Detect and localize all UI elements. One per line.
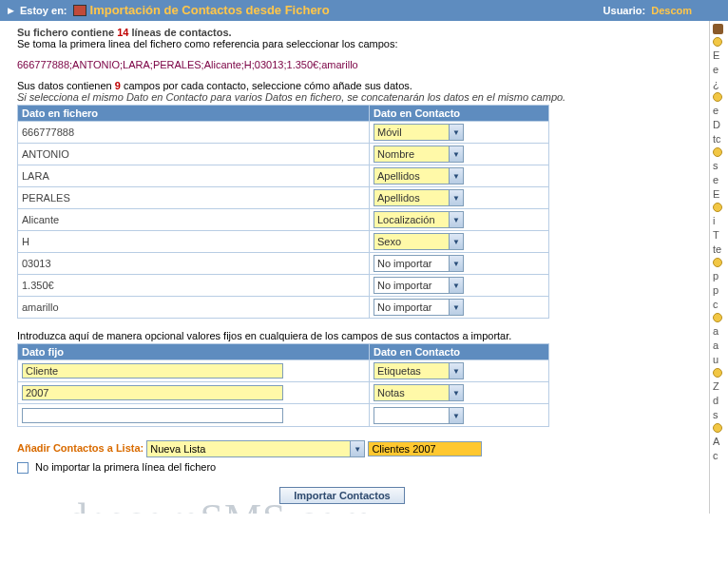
mapping-contact-cell: Sexo▼ <box>370 231 549 253</box>
cut-text: ¿ <box>713 78 728 89</box>
mapping-contact-select[interactable]: Móvil▼ <box>374 124 464 141</box>
mapping-contact-select[interactable]: No importar▼ <box>374 299 464 316</box>
mapping-contact-value: Localización <box>377 214 435 225</box>
cut-text: s <box>713 409 728 420</box>
fixed-contact-value: Notas <box>377 387 405 398</box>
mapping-contact-cell: Móvil▼ <box>370 122 549 144</box>
chevron-down-icon: ▼ <box>449 408 463 423</box>
add-to-list-label: Añadir Contactos a Lista: <box>17 442 144 454</box>
mapping-contact-cell: No importar▼ <box>370 275 549 297</box>
fixed-contact-cell: Notas▼ <box>370 382 549 404</box>
mapping-row: AlicanteLocalización▼ <box>18 209 549 231</box>
skip-first-line-row: No importar la primera línea del fichero <box>17 461 667 474</box>
mapping-row: HSexo▼ <box>18 231 549 253</box>
mapping-contact-select[interactable]: Localización▼ <box>374 211 464 228</box>
mapping-header-file: Dato en fichero <box>18 106 370 122</box>
mapping-contact-select[interactable]: No importar▼ <box>374 255 464 272</box>
mapping-row: 666777888Móvil▼ <box>18 122 549 144</box>
main-content: Su fichero contiene 14 líneas de contact… <box>0 21 684 514</box>
cut-text: c <box>713 299 728 310</box>
user-value: Descom <box>651 0 692 21</box>
mapping-row: PERALESApellidos▼ <box>18 187 549 209</box>
bullet-icon <box>713 203 722 212</box>
cut-text: e <box>713 105 728 116</box>
fixed-value-cell <box>18 382 370 404</box>
mapping-contact-select[interactable]: No importar▼ <box>374 277 464 294</box>
top-bar: ▶ Estoy en: Importación de Contactos des… <box>0 0 728 21</box>
mapping-contact-select[interactable]: Sexo▼ <box>374 233 464 250</box>
page-title: Importación de Contactos desde Fichero <box>90 0 330 21</box>
mapping-row: amarilloNo importar▼ <box>18 297 549 319</box>
chevron-down-icon: ▼ <box>449 168 463 184</box>
location-label: Estoy en: <box>20 0 67 21</box>
skip-first-line-checkbox[interactable] <box>17 462 29 474</box>
import-contacts-button[interactable]: Importar Contactos <box>279 487 404 504</box>
cut-text: e <box>713 64 728 75</box>
chevron-down-icon: ▼ <box>350 441 364 456</box>
cut-text: T <box>713 229 728 241</box>
cut-text: i <box>713 215 728 226</box>
bullet-icon <box>713 92 722 102</box>
mapping-file-cell: 03013 <box>18 253 370 275</box>
fixed-contact-cell: ▼ <box>370 404 549 427</box>
bullet-icon <box>713 37 722 47</box>
fixed-row: ▼ <box>18 404 549 427</box>
chevron-down-icon: ▼ <box>449 363 463 379</box>
mapping-row: 1.350€No importar▼ <box>18 275 549 297</box>
fixed-contact-select[interactable]: Notas▼ <box>374 384 464 401</box>
import-icon <box>73 5 86 16</box>
fixed-values-intro: Introduzca aquí de manera opcional valor… <box>17 330 667 341</box>
cut-text: D <box>713 119 728 130</box>
chevron-down-icon: ▼ <box>449 234 463 249</box>
fixed-row: Notas▼ <box>18 382 549 404</box>
chevron-down-icon: ▼ <box>449 212 463 227</box>
new-list-name-input[interactable] <box>368 441 482 456</box>
mapping-contact-select[interactable]: Nombre▼ <box>374 146 464 163</box>
mapping-contact-select[interactable]: Apellidos▼ <box>374 167 464 184</box>
fixed-contact-value: Etiquetas <box>377 365 421 377</box>
cut-text: p <box>713 270 728 282</box>
fixed-value-input[interactable] <box>22 408 283 423</box>
chevron-down-icon: ▼ <box>449 125 463 140</box>
fixed-values-table: Dato fijo Dato en Contacto Etiquetas▼Not… <box>17 343 549 427</box>
mapping-contact-select[interactable]: Apellidos▼ <box>374 189 464 206</box>
concat-note: Si selecciona el mismo Dato en Contacto … <box>17 91 667 103</box>
fixed-contact-select[interactable]: Etiquetas▼ <box>374 362 464 379</box>
fixed-value-input[interactable] <box>22 385 283 400</box>
bullet-icon <box>713 423 722 433</box>
chevron-down-icon: ▼ <box>449 190 463 205</box>
cut-text: s <box>713 160 728 171</box>
fixed-contact-select[interactable]: ▼ <box>374 407 464 424</box>
chevron-down-icon: ▼ <box>449 385 463 400</box>
mapping-contact-value: No importar <box>377 301 431 313</box>
cut-text: p <box>713 284 728 296</box>
cut-text: Z <box>713 380 728 392</box>
fixed-value-input[interactable] <box>22 363 283 379</box>
mapping-file-cell: amarillo <box>18 297 370 319</box>
chevron-down-icon: ▼ <box>449 278 463 293</box>
chevron-down-icon: ▼ <box>449 300 463 315</box>
fixed-contact-cell: Etiquetas▼ <box>370 360 549 382</box>
mapping-contact-cell: No importar▼ <box>370 297 549 319</box>
user-label: Usuario: <box>603 0 646 21</box>
list-select[interactable]: Nueva Lista ▼ <box>146 440 365 457</box>
mapping-contact-cell: Localización▼ <box>370 209 549 231</box>
mapping-file-cell: Alicante <box>18 209 370 231</box>
cut-text: c <box>713 450 728 461</box>
sample-line: 666777888;ANTONIO;LARA;PERALES;Alicante;… <box>17 59 667 70</box>
mapping-contact-value: Sexo <box>377 236 401 247</box>
mapping-row: 03013No importar▼ <box>18 253 549 275</box>
bullet-icon <box>713 313 722 322</box>
cut-text: E <box>713 49 728 61</box>
mapping-contact-value: Nombre <box>377 148 414 160</box>
mapping-file-cell: PERALES <box>18 187 370 209</box>
right-cut-panel: Ee¿eDtcseEiTteppcaauZdsAc <box>709 21 728 514</box>
cut-text: A <box>713 436 728 447</box>
chevron-down-icon: ▼ <box>449 256 463 271</box>
mapping-row: ANTONIONombre▼ <box>18 144 549 165</box>
fixed-header-contact: Dato en Contacto <box>370 344 549 360</box>
line-count-text: Su fichero contiene 14 líneas de contact… <box>17 27 667 38</box>
mapping-file-cell: H <box>18 231 370 253</box>
lock-icon <box>713 24 723 34</box>
fixed-header-value: Dato fijo <box>18 344 370 360</box>
